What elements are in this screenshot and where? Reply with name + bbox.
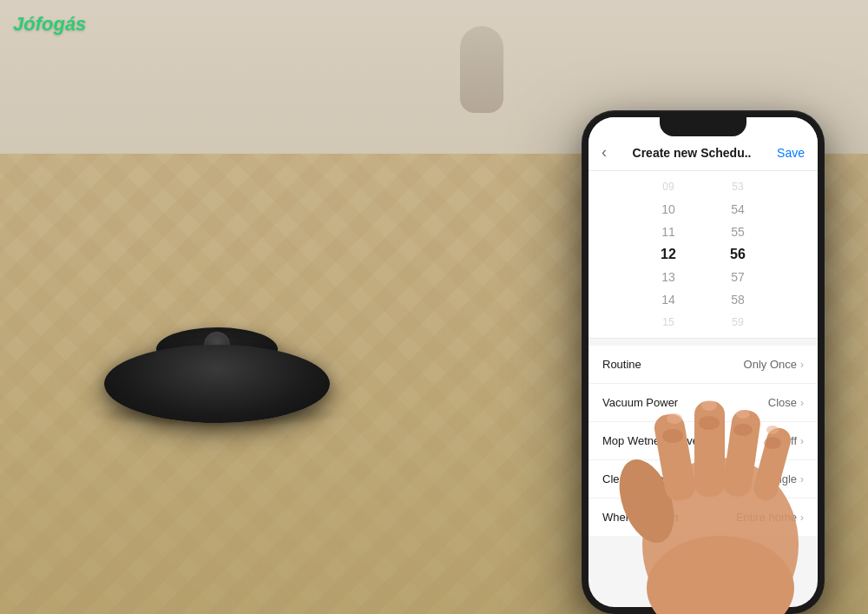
settings-list: RoutineOnly Once›Vacuum PowerClose›Mop W… [589, 346, 818, 536]
chevron-icon-mop-wetness: › [800, 435, 804, 447]
minute-item[interactable]: 58 [712, 288, 764, 311]
minutes-column[interactable]: 53545556575859 [712, 175, 764, 333]
settings-value-mop-wetness: Off› [782, 434, 804, 447]
save-button[interactable]: Save [777, 146, 805, 160]
time-picker[interactable]: 09101112131415 53545556575859 [589, 171, 818, 339]
settings-row-where-to-clean[interactable]: Where to cleanEntire home› [589, 498, 818, 536]
time-columns: 09101112131415 53545556575859 [589, 175, 818, 333]
settings-row-routine[interactable]: RoutineOnly Once› [589, 346, 818, 384]
settings-label-vacuum-power: Vacuum Power [602, 396, 678, 409]
chevron-icon-cleaning-passes: › [800, 473, 804, 485]
minute-item[interactable]: 56 [712, 243, 764, 266]
settings-row-mop-wetness[interactable]: Mop Wetness LevelOff› [589, 422, 818, 460]
settings-label-routine: Routine [602, 358, 641, 371]
settings-value-vacuum-power: Close› [768, 396, 804, 409]
minute-item[interactable]: 59 [712, 311, 764, 333]
hour-item[interactable]: 14 [642, 288, 694, 311]
settings-row-vacuum-power[interactable]: Vacuum PowerClose› [589, 384, 818, 422]
settings-value-text-cleaning-passes: Single [766, 472, 797, 485]
robot-body [104, 345, 330, 423]
settings-label-cleaning-passes: Cleaning Passes [602, 472, 687, 485]
settings-value-routine: Only Once› [744, 358, 804, 371]
minute-item[interactable]: 54 [712, 198, 764, 221]
settings-label-where-to-clean: Where to clean [602, 511, 678, 524]
hours-column[interactable]: 09101112131415 [642, 175, 694, 333]
hour-item[interactable]: 13 [642, 266, 694, 288]
settings-value-text-routine: Only Once [744, 358, 797, 371]
jofogas-logo: Jófogás [13, 13, 86, 36]
robot-vacuum [104, 310, 347, 423]
phone-notch [660, 117, 746, 136]
hour-item[interactable]: 09 [642, 175, 694, 198]
chevron-icon-where-to-clean: › [800, 512, 804, 524]
minute-item[interactable]: 57 [712, 266, 764, 288]
phone-screen: ‹ Create new Schedu.. Save 0910111213141… [589, 117, 818, 607]
settings-value-cleaning-passes: Single› [766, 472, 804, 485]
minute-item[interactable]: 55 [712, 221, 764, 243]
settings-label-mop-wetness: Mop Wetness Level [602, 434, 701, 447]
chevron-icon-vacuum-power: › [800, 397, 804, 409]
vase-decoration [460, 26, 503, 113]
settings-value-text-vacuum-power: Close [768, 396, 797, 409]
hour-item[interactable]: 10 [642, 198, 694, 221]
chevron-icon-routine: › [800, 359, 804, 371]
screen-title: Create new Schedu.. [607, 146, 777, 160]
hour-item[interactable]: 15 [642, 311, 694, 333]
phone-wrapper: ‹ Create new Schedu.. Save 0910111213141… [582, 110, 825, 614]
minute-item[interactable]: 53 [712, 175, 764, 198]
settings-value-text-where-to-clean: Entire home [736, 511, 797, 524]
settings-value-where-to-clean: Entire home› [736, 511, 804, 524]
phone-device: ‹ Create new Schedu.. Save 0910111213141… [582, 110, 825, 614]
hour-item[interactable]: 11 [642, 221, 694, 243]
hour-item[interactable]: 12 [642, 243, 694, 266]
settings-value-text-mop-wetness: Off [782, 434, 797, 447]
settings-row-cleaning-passes[interactable]: Cleaning PassesSingle› [589, 460, 818, 498]
